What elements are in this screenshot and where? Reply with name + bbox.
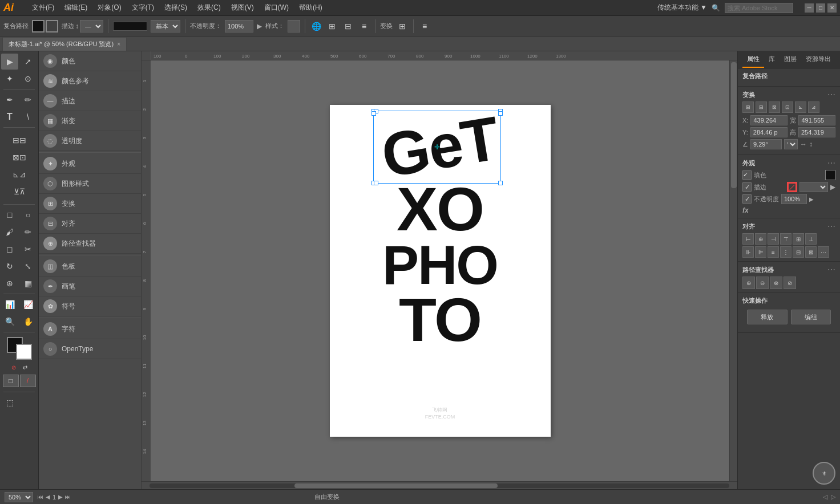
zoom-tool[interactable]: 🔍 — [1, 314, 18, 330]
vertical-scrollbar[interactable] — [729, 60, 737, 481]
get-text-container[interactable]: GeT — [382, 116, 498, 178]
icon-panel-appearance[interactable]: ✦ 外观 — [39, 154, 141, 174]
y-input[interactable] — [750, 127, 788, 137]
menu-file[interactable]: 文件(F) — [27, 2, 59, 14]
stroke-none-btn[interactable] — [787, 182, 797, 192]
horizontal-scrollbar[interactable] — [142, 481, 737, 489]
icon-panel-pathfinder[interactable]: ⊕ 路径查找器 — [39, 234, 141, 254]
transform-icon-3[interactable]: ⊠ — [769, 101, 780, 113]
stroke-color-swatch[interactable] — [46, 20, 58, 32]
opacity-arrow[interactable]: ▶ — [257, 22, 262, 30]
transform-tool-2[interactable]: ⊠⊡ — [2, 149, 37, 165]
h-input[interactable] — [798, 127, 835, 137]
flip-h-btn[interactable]: ↔ — [800, 140, 807, 148]
pathfinder-more-btn[interactable]: ⋯ — [827, 265, 835, 274]
workspace-selector[interactable]: 传统基本功能 ▼ — [657, 3, 707, 13]
transform-icon-2[interactable]: ⊟ — [756, 101, 767, 113]
flip-v-btn[interactable]: ↕ — [809, 140, 813, 148]
icon-panel-brushes[interactable]: ✒ 画笔 — [39, 277, 141, 296]
gradient-tool[interactable]: ▦ — [19, 275, 37, 291]
transform-tool-3[interactable]: ⊾⊿ — [2, 166, 37, 182]
opacity-checkbox[interactable]: ✓ — [742, 194, 752, 204]
fill-color-btn[interactable] — [825, 170, 835, 180]
selection-tool[interactable]: ▶ — [1, 54, 18, 70]
opacity-expand-btn[interactable]: ▶ — [809, 196, 814, 202]
fill-checkbox[interactable]: ✓ — [742, 170, 752, 180]
dist-h2-btn[interactable]: ≡ — [768, 246, 779, 258]
pf-intersect-btn[interactable]: ⊗ — [770, 277, 782, 289]
align-more-btn[interactable]: ⋯ — [827, 222, 835, 231]
artboard[interactable]: GeT — [330, 105, 551, 437]
document-tab[interactable]: 未标题-1.ai* @ 50% (RGB/GPU 预览) × — [2, 37, 127, 51]
transform-icon-6[interactable]: ⊿ — [808, 101, 819, 113]
opacity-value-input[interactable] — [781, 194, 807, 204]
icon-panel-opentype[interactable]: ○ OpenType — [39, 339, 141, 359]
pencil-tool[interactable]: ✏ — [19, 224, 37, 240]
stroke-arrows[interactable]: ↕ — [75, 22, 79, 30]
rect-tool[interactable]: □ — [1, 207, 18, 223]
pf-unite-btn[interactable]: ⊕ — [742, 277, 755, 289]
vscroll-thumb[interactable] — [731, 62, 737, 188]
pf-exclude-btn[interactable]: ⊘ — [784, 277, 796, 289]
opacity-input[interactable] — [225, 20, 253, 32]
background-color[interactable] — [16, 344, 32, 360]
tab-properties[interactable]: 属性 — [742, 51, 764, 68]
menu-edit[interactable]: 编辑(E) — [60, 2, 92, 14]
add-anchor-tool[interactable]: ✏ — [19, 92, 37, 108]
normal-mode-btn[interactable]: □ — [3, 375, 19, 387]
dist-v2-btn[interactable]: ⋮ — [780, 246, 791, 258]
align-top-btn[interactable]: ⊤ — [780, 233, 791, 245]
maximize-button[interactable]: □ — [816, 3, 825, 13]
w-input[interactable] — [798, 115, 835, 125]
more-options-btn[interactable]: ≡ — [418, 20, 431, 32]
artboard-tool[interactable]: ⬚ — [1, 395, 18, 410]
hand-tool[interactable]: ✋ — [19, 314, 37, 330]
angle-input[interactable] — [750, 139, 782, 149]
tab-layers[interactable]: 图层 — [780, 51, 801, 68]
stroke-width-select[interactable] — [799, 182, 828, 192]
dist-extra-btn[interactable]: ⋯ — [818, 246, 829, 258]
tab-library[interactable]: 库 — [764, 51, 780, 68]
stock-search-input[interactable] — [725, 3, 793, 13]
transform-more-btn[interactable]: ⋯ — [827, 90, 835, 99]
stroke-expand-btn[interactable]: ▶ — [830, 183, 835, 191]
slash-mode-btn[interactable]: / — [20, 375, 36, 387]
pen-tool[interactable]: ✒ — [1, 92, 18, 108]
angle-unit-select[interactable]: ° — [784, 139, 798, 149]
stroke-checkbox[interactable]: ✓ — [742, 182, 752, 192]
brush-tool[interactable]: 🖌 — [1, 224, 18, 240]
minimize-button[interactable]: ─ — [805, 3, 814, 13]
line-tool[interactable]: \ — [19, 109, 37, 125]
icon-panel-graphic-styles[interactable]: ⬡ 图形样式 — [39, 174, 141, 194]
icon-panel-gradient[interactable]: ▦ 渐变 — [39, 111, 141, 131]
icon-panel-symbols[interactable]: ✿ 符号 — [39, 296, 141, 316]
icon-panel-stroke[interactable]: — 描边 — [39, 91, 141, 111]
lasso-tool[interactable]: ⊙ — [19, 71, 37, 87]
ellipse-tool[interactable]: ○ — [19, 207, 37, 223]
menu-view[interactable]: 视图(V) — [227, 2, 259, 14]
menu-select[interactable]: 选择(S) — [160, 2, 192, 14]
magic-wand-tool[interactable]: ✦ — [1, 71, 18, 87]
no-color-button[interactable]: ⊘ — [9, 362, 19, 372]
dist-v3-btn[interactable]: ⊠ — [805, 246, 817, 258]
first-page-btn[interactable]: ⏮ — [38, 494, 43, 500]
transform-tool-1[interactable]: ⊟⊟ — [2, 132, 37, 148]
swap-colors-button[interactable]: ⇄ — [20, 362, 30, 372]
direct-select-tool[interactable]: ↗ — [19, 54, 37, 70]
next-page-btn[interactable]: ▶ — [58, 494, 63, 500]
search-icon[interactable]: 🔍 — [712, 4, 720, 12]
grid-icon-btn[interactable]: ⊞ — [326, 20, 338, 32]
menu-object[interactable]: 对象(O) — [93, 2, 126, 14]
align-bottom-btn[interactable]: ⊥ — [805, 233, 817, 245]
tab-asset-export[interactable]: 资源导出 — [801, 51, 835, 68]
prev-page-btn[interactable]: ◀ — [46, 494, 50, 500]
blend-tool[interactable]: ⊛ — [1, 275, 18, 291]
group-button[interactable]: 编组 — [791, 310, 831, 324]
menu-effect[interactable]: 效果(C) — [193, 2, 225, 14]
align-left-btn[interactable]: ⊢ — [742, 233, 754, 245]
align-h-btn[interactable]: ⊟ — [342, 20, 354, 32]
pf-minus-btn[interactable]: ⊖ — [756, 277, 769, 289]
release-button[interactable]: 释放 — [747, 310, 788, 324]
style-swatch[interactable] — [288, 20, 300, 32]
fx-button[interactable]: fx — [742, 206, 749, 214]
